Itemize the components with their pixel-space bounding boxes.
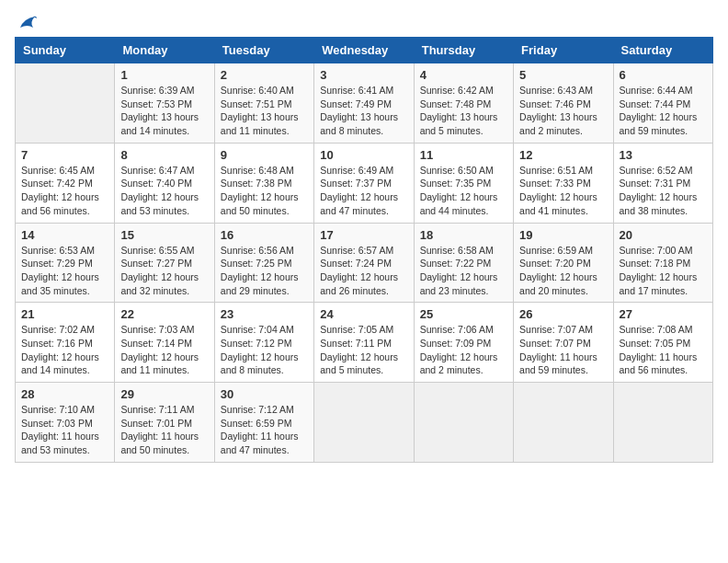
day-number: 25 [420, 307, 507, 321]
calendar-cell: 14Sunrise: 6:53 AM Sunset: 7:29 PM Dayli… [16, 223, 115, 303]
calendar-week-row: 14Sunrise: 6:53 AM Sunset: 7:29 PM Dayli… [16, 223, 713, 303]
day-number: 14 [21, 228, 108, 242]
day-info: Sunrise: 6:59 AM Sunset: 7:20 PM Dayligh… [519, 244, 607, 298]
day-info: Sunrise: 6:40 AM Sunset: 7:51 PM Dayligh… [221, 84, 308, 138]
day-info: Sunrise: 7:08 AM Sunset: 7:05 PM Dayligh… [620, 323, 707, 377]
day-info: Sunrise: 6:41 AM Sunset: 7:49 PM Dayligh… [320, 84, 407, 138]
day-number: 2 [221, 68, 308, 82]
weekday-header-wednesday: Wednesday [314, 38, 414, 63]
calendar-cell: 29Sunrise: 7:11 AM Sunset: 7:01 PM Dayli… [115, 383, 214, 463]
day-info: Sunrise: 7:03 AM Sunset: 7:14 PM Dayligh… [120, 323, 208, 377]
calendar-cell: 5Sunrise: 6:43 AM Sunset: 7:46 PM Daylig… [514, 63, 613, 144]
day-number: 22 [120, 307, 208, 321]
calendar-week-row: 7Sunrise: 6:45 AM Sunset: 7:42 PM Daylig… [16, 143, 713, 223]
calendar-cell: 15Sunrise: 6:55 AM Sunset: 7:27 PM Dayli… [115, 223, 214, 303]
calendar-cell: 11Sunrise: 6:50 AM Sunset: 7:35 PM Dayli… [414, 143, 513, 223]
day-info: Sunrise: 6:47 AM Sunset: 7:40 PM Dayligh… [120, 164, 208, 218]
calendar-cell: 28Sunrise: 7:10 AM Sunset: 7:03 PM Dayli… [16, 383, 115, 463]
calendar-cell: 2Sunrise: 6:40 AM Sunset: 7:51 PM Daylig… [214, 63, 313, 144]
day-info: Sunrise: 7:02 AM Sunset: 7:16 PM Dayligh… [21, 323, 108, 377]
weekday-header-saturday: Saturday [613, 38, 712, 63]
day-info: Sunrise: 7:07 AM Sunset: 7:07 PM Dayligh… [519, 323, 607, 377]
calendar-cell: 9Sunrise: 6:48 AM Sunset: 7:38 PM Daylig… [214, 143, 313, 223]
day-number: 9 [221, 148, 308, 162]
calendar-cell: 17Sunrise: 6:57 AM Sunset: 7:24 PM Dayli… [314, 223, 414, 303]
calendar-cell: 21Sunrise: 7:02 AM Sunset: 7:16 PM Dayli… [16, 303, 115, 383]
day-number: 4 [420, 68, 507, 82]
day-info: Sunrise: 7:05 AM Sunset: 7:11 PM Dayligh… [320, 323, 407, 377]
weekday-header-sunday: Sunday [16, 38, 115, 63]
calendar-cell [414, 383, 513, 463]
day-number: 26 [519, 307, 607, 321]
day-info: Sunrise: 6:44 AM Sunset: 7:44 PM Dayligh… [620, 84, 707, 138]
logo-bird-icon [17, 15, 37, 31]
calendar-cell [514, 383, 613, 463]
calendar-cell: 3Sunrise: 6:41 AM Sunset: 7:49 PM Daylig… [314, 63, 414, 144]
calendar-cell: 20Sunrise: 7:00 AM Sunset: 7:18 PM Dayli… [613, 223, 712, 303]
day-number: 5 [519, 68, 607, 82]
day-info: Sunrise: 6:55 AM Sunset: 7:27 PM Dayligh… [120, 244, 208, 298]
logo [15, 15, 37, 28]
day-number: 27 [620, 307, 707, 321]
calendar-cell: 4Sunrise: 6:42 AM Sunset: 7:48 PM Daylig… [414, 63, 513, 144]
day-number: 28 [21, 387, 108, 401]
calendar-cell: 18Sunrise: 6:58 AM Sunset: 7:22 PM Dayli… [414, 223, 513, 303]
day-info: Sunrise: 7:04 AM Sunset: 7:12 PM Dayligh… [221, 323, 308, 377]
day-number: 15 [120, 228, 208, 242]
calendar-cell: 8Sunrise: 6:47 AM Sunset: 7:40 PM Daylig… [115, 143, 214, 223]
day-info: Sunrise: 6:45 AM Sunset: 7:42 PM Dayligh… [21, 164, 108, 218]
day-info: Sunrise: 7:12 AM Sunset: 6:59 PM Dayligh… [221, 403, 308, 457]
day-info: Sunrise: 7:10 AM Sunset: 7:03 PM Dayligh… [21, 403, 108, 457]
day-number: 18 [420, 228, 507, 242]
day-number: 7 [21, 148, 108, 162]
day-number: 1 [120, 68, 208, 82]
day-info: Sunrise: 6:48 AM Sunset: 7:38 PM Dayligh… [221, 164, 308, 218]
calendar-cell: 16Sunrise: 6:56 AM Sunset: 7:25 PM Dayli… [214, 223, 313, 303]
day-info: Sunrise: 6:53 AM Sunset: 7:29 PM Dayligh… [21, 244, 108, 298]
calendar-cell: 12Sunrise: 6:51 AM Sunset: 7:33 PM Dayli… [514, 143, 613, 223]
calendar-header-row: SundayMondayTuesdayWednesdayThursdayFrid… [16, 38, 713, 63]
day-number: 19 [519, 228, 607, 242]
day-number: 17 [320, 228, 407, 242]
calendar-cell: 6Sunrise: 6:44 AM Sunset: 7:44 PM Daylig… [613, 63, 712, 144]
day-info: Sunrise: 6:56 AM Sunset: 7:25 PM Dayligh… [221, 244, 308, 298]
day-info: Sunrise: 6:43 AM Sunset: 7:46 PM Dayligh… [519, 84, 607, 138]
day-number: 8 [120, 148, 208, 162]
calendar-cell: 27Sunrise: 7:08 AM Sunset: 7:05 PM Dayli… [613, 303, 712, 383]
day-number: 29 [120, 387, 208, 401]
page-header [15, 15, 713, 28]
day-info: Sunrise: 7:00 AM Sunset: 7:18 PM Dayligh… [620, 244, 707, 298]
weekday-header-thursday: Thursday [414, 38, 513, 63]
calendar-cell: 7Sunrise: 6:45 AM Sunset: 7:42 PM Daylig… [16, 143, 115, 223]
day-info: Sunrise: 6:50 AM Sunset: 7:35 PM Dayligh… [420, 164, 507, 218]
calendar-cell: 30Sunrise: 7:12 AM Sunset: 6:59 PM Dayli… [214, 383, 313, 463]
day-info: Sunrise: 7:11 AM Sunset: 7:01 PM Dayligh… [120, 403, 208, 457]
weekday-header-tuesday: Tuesday [214, 38, 313, 63]
day-number: 20 [620, 228, 707, 242]
calendar-cell: 19Sunrise: 6:59 AM Sunset: 7:20 PM Dayli… [514, 223, 613, 303]
day-number: 12 [519, 148, 607, 162]
calendar-cell: 26Sunrise: 7:07 AM Sunset: 7:07 PM Dayli… [514, 303, 613, 383]
calendar-cell: 25Sunrise: 7:06 AM Sunset: 7:09 PM Dayli… [414, 303, 513, 383]
calendar-cell: 10Sunrise: 6:49 AM Sunset: 7:37 PM Dayli… [314, 143, 414, 223]
day-number: 24 [320, 307, 407, 321]
calendar-week-row: 28Sunrise: 7:10 AM Sunset: 7:03 PM Dayli… [16, 383, 713, 463]
day-number: 13 [620, 148, 707, 162]
calendar-week-row: 1Sunrise: 6:39 AM Sunset: 7:53 PM Daylig… [16, 63, 713, 144]
day-info: Sunrise: 6:42 AM Sunset: 7:48 PM Dayligh… [420, 84, 507, 138]
day-number: 23 [221, 307, 308, 321]
calendar-cell: 22Sunrise: 7:03 AM Sunset: 7:14 PM Dayli… [115, 303, 214, 383]
day-info: Sunrise: 6:39 AM Sunset: 7:53 PM Dayligh… [120, 84, 208, 138]
day-number: 3 [320, 68, 407, 82]
calendar-cell: 24Sunrise: 7:05 AM Sunset: 7:11 PM Dayli… [314, 303, 414, 383]
weekday-header-monday: Monday [115, 38, 214, 63]
calendar-week-row: 21Sunrise: 7:02 AM Sunset: 7:16 PM Dayli… [16, 303, 713, 383]
day-info: Sunrise: 6:58 AM Sunset: 7:22 PM Dayligh… [420, 244, 507, 298]
day-number: 30 [221, 387, 308, 401]
weekday-header-friday: Friday [514, 38, 613, 63]
calendar-cell: 1Sunrise: 6:39 AM Sunset: 7:53 PM Daylig… [115, 63, 214, 144]
calendar-cell [314, 383, 414, 463]
calendar-cell [613, 383, 712, 463]
day-number: 21 [21, 307, 108, 321]
day-info: Sunrise: 6:51 AM Sunset: 7:33 PM Dayligh… [519, 164, 607, 218]
